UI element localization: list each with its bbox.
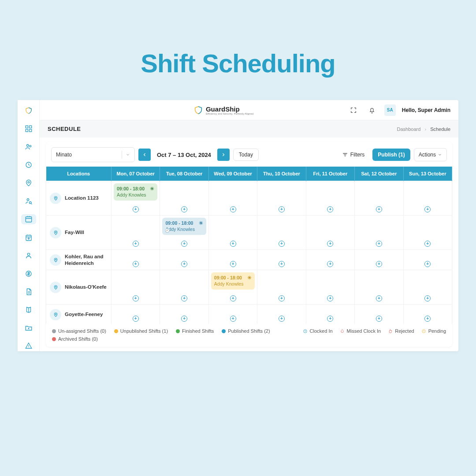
day-cell[interactable] — [403, 270, 452, 305]
shift-card[interactable]: 09:00 - 18:00☀ Addy Knowles — [114, 183, 157, 201]
add-shift-button[interactable] — [327, 206, 333, 212]
day-cell[interactable] — [160, 305, 208, 324]
add-shift-button[interactable] — [327, 295, 333, 301]
next-week-button[interactable] — [217, 149, 230, 161]
document-icon[interactable] — [21, 286, 36, 297]
day-cell[interactable] — [403, 305, 452, 324]
day-cell[interactable] — [306, 250, 354, 270]
billing-icon[interactable] — [21, 268, 36, 279]
day-cell[interactable] — [306, 270, 354, 305]
bell-icon[interactable] — [366, 104, 378, 116]
add-shift-button[interactable] — [376, 295, 382, 301]
add-shift-button[interactable] — [133, 241, 139, 247]
add-shift-button[interactable] — [230, 316, 236, 322]
add-shift-button[interactable] — [376, 206, 382, 212]
day-cell[interactable] — [257, 181, 306, 216]
day-cell[interactable] — [257, 305, 306, 324]
add-shift-button[interactable] — [424, 241, 431, 247]
add-shift-button[interactable] — [424, 295, 431, 301]
team-icon[interactable] — [21, 141, 36, 152]
day-cell[interactable] — [355, 270, 403, 305]
breadcrumb-root[interactable]: Dashboard — [397, 126, 421, 132]
add-shift-button[interactable] — [279, 295, 285, 301]
clock-icon[interactable] — [21, 160, 36, 170]
add-shift-button[interactable] — [181, 241, 187, 247]
actions-button[interactable]: Actions — [414, 148, 447, 161]
add-shift-button[interactable] — [133, 295, 139, 301]
add-shift-button[interactable] — [327, 241, 333, 247]
add-shift-button[interactable] — [424, 316, 431, 322]
shift-card[interactable]: 09:00 - 18:00☀ Addy Knowles 🕘 — [162, 218, 206, 235]
day-cell[interactable] — [306, 216, 354, 250]
day-cell[interactable] — [208, 250, 257, 270]
day-cell[interactable] — [355, 305, 403, 324]
schedule-icon[interactable] — [21, 214, 36, 224]
add-shift-button[interactable] — [279, 206, 285, 212]
day-cell[interactable] — [403, 181, 452, 216]
avatar[interactable]: SA — [384, 104, 396, 116]
add-shift-button[interactable] — [424, 206, 431, 212]
day-cell[interactable] — [403, 250, 452, 270]
add-shift-button[interactable] — [133, 206, 139, 212]
add-shift-button[interactable] — [230, 206, 236, 212]
add-shift-button[interactable] — [279, 241, 285, 247]
day-cell[interactable] — [160, 181, 208, 216]
location-name: Location 1123 — [65, 195, 99, 201]
day-cell[interactable] — [112, 305, 160, 324]
day-cell[interactable] — [403, 216, 452, 250]
location-icon[interactable] — [21, 178, 36, 188]
user-search-icon[interactable] — [21, 196, 36, 206]
day-cell[interactable] — [112, 270, 160, 305]
day-cell[interactable]: 09:00 - 18:00☀ Addy Knowles — [112, 181, 160, 216]
publish-button[interactable]: Publish (1) — [372, 149, 410, 161]
shift-card[interactable]: 09:00 - 18:00☀ Addy Knowles — [211, 272, 255, 290]
add-shift-button[interactable] — [181, 316, 187, 322]
add-shift-button[interactable] — [133, 316, 139, 322]
add-shift-button[interactable] — [181, 206, 187, 212]
add-shift-button[interactable] — [376, 316, 382, 322]
fullscreen-icon[interactable] — [347, 104, 360, 116]
add-shift-button[interactable] — [279, 316, 285, 322]
add-shift-button[interactable] — [327, 261, 333, 267]
add-shift-button[interactable] — [279, 261, 285, 267]
day-cell[interactable] — [355, 216, 403, 250]
today-button[interactable]: Today — [233, 149, 259, 161]
map-route-icon[interactable] — [21, 305, 36, 315]
day-cell[interactable]: 09:00 - 18:00☀ Addy Knowles — [208, 270, 257, 305]
day-cell[interactable] — [257, 250, 306, 270]
calendar-icon[interactable] — [21, 232, 36, 242]
add-shift-button[interactable] — [327, 316, 333, 322]
prev-week-button[interactable] — [138, 149, 151, 161]
day-cell[interactable]: 09:00 - 18:00☀ Addy Knowles 🕘 — [160, 216, 208, 250]
day-cell[interactable] — [208, 216, 257, 250]
day-cell[interactable] — [208, 181, 257, 216]
add-shift-button[interactable] — [230, 295, 236, 301]
day-cell[interactable] — [355, 181, 403, 216]
add-shift-button[interactable] — [424, 261, 431, 267]
location-pin-icon — [50, 227, 61, 238]
day-cell[interactable] — [112, 216, 160, 250]
add-shift-button[interactable] — [181, 295, 187, 301]
day-cell[interactable] — [160, 250, 208, 270]
add-shift-button[interactable] — [376, 261, 382, 267]
day-cell[interactable] — [257, 216, 306, 250]
add-shift-button[interactable] — [181, 261, 187, 267]
shift-person: Addy Knowles — [165, 226, 203, 232]
location-select[interactable]: Minato — [51, 147, 135, 162]
profile-icon[interactable] — [21, 250, 36, 260]
day-cell[interactable] — [208, 305, 257, 324]
filters-button[interactable]: Filters — [338, 149, 369, 160]
add-shift-button[interactable] — [230, 241, 236, 247]
day-cell[interactable] — [257, 270, 306, 305]
add-shift-button[interactable] — [133, 261, 139, 267]
folder-icon[interactable] — [21, 323, 36, 333]
day-cell[interactable] — [160, 270, 208, 305]
day-cell[interactable] — [112, 250, 160, 270]
day-cell[interactable] — [306, 181, 354, 216]
add-shift-button[interactable] — [376, 241, 382, 247]
dashboard-icon[interactable] — [21, 123, 36, 134]
alert-icon[interactable] — [21, 341, 36, 351]
day-cell[interactable] — [355, 250, 403, 270]
add-shift-button[interactable] — [230, 261, 236, 267]
day-cell[interactable] — [306, 305, 354, 324]
